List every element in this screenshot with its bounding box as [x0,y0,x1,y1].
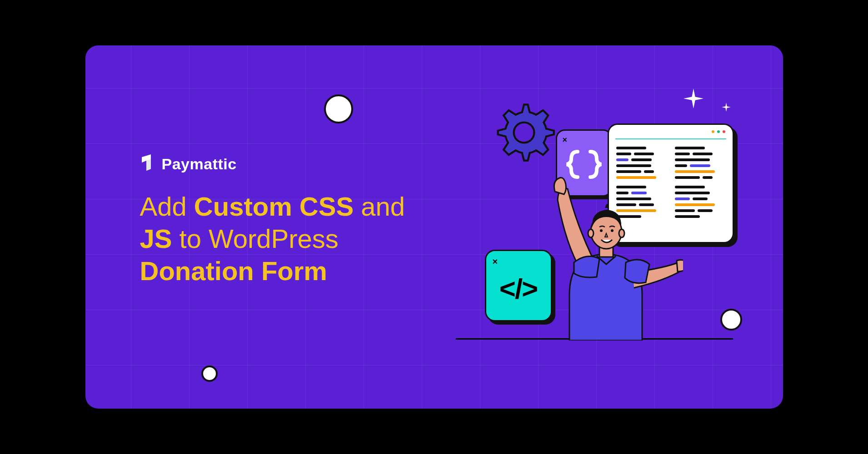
brand-logo: Paymattic [140,154,237,173]
window-controls-icon [712,130,725,133]
svg-point-5 [600,229,603,232]
editor-divider [615,138,726,139]
svg-point-3 [588,229,594,237]
heading-bold: Donation Form [140,256,327,286]
illustration: × [429,104,728,340]
hero-banner: Paymattic Add Custom CSS and JS to WordP… [85,45,783,409]
heading-bold: Custom CSS [194,192,354,221]
heading-text: and [354,192,405,221]
svg-point-6 [611,229,614,232]
gear-icon [492,101,556,164]
svg-point-0 [514,123,534,143]
decorative-circle [324,94,353,123]
heading-text: Add [140,192,194,221]
decorative-circle [201,365,218,382]
hero-heading: Add Custom CSS and JS to WordPress Donat… [140,191,422,287]
logo-mark-icon [140,154,155,173]
brand-name: Paymattic [162,155,237,173]
person-illustration [529,159,683,340]
svg-point-4 [619,229,624,237]
close-icon: × [563,135,568,145]
heading-text: to WordPress [172,224,338,253]
heading-bold: JS [140,224,172,253]
